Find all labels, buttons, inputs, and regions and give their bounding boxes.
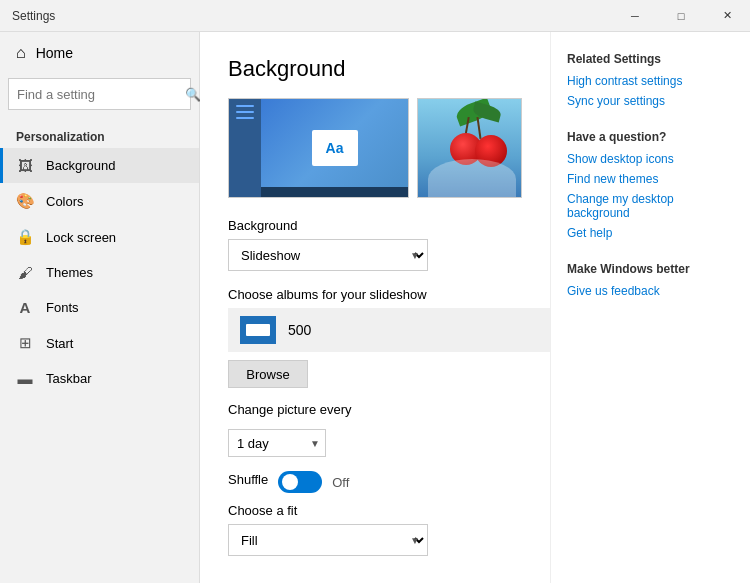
search-icon: 🔍 <box>185 87 201 102</box>
sidebar-item-fonts[interactable]: A Fonts <box>0 290 199 325</box>
maximize-button[interactable]: □ <box>658 0 704 32</box>
preview-strip-line1 <box>236 105 254 107</box>
shuffle-label: Shuffle <box>228 472 268 487</box>
preview-desktop: Aa <box>228 98 409 198</box>
albums-label: Choose albums for your slideshow <box>228 287 522 302</box>
right-panel: Related Settings High contrast settings … <box>550 32 750 583</box>
divider1 <box>567 114 734 130</box>
sidebar-item-label-themes: Themes <box>46 265 93 280</box>
background-field-label: Background <box>228 218 522 233</box>
preview-aa-box: Aa <box>312 130 358 166</box>
find-themes-link[interactable]: Find new themes <box>567 172 734 186</box>
preview-desktop-bg: Aa <box>261 99 408 197</box>
search-box[interactable]: 🔍 <box>8 78 191 110</box>
main-content: Background Aa <box>200 32 550 583</box>
start-icon: ⊞ <box>16 334 34 352</box>
sidebar-item-taskbar[interactable]: ▬ Taskbar <box>0 361 199 396</box>
sidebar-item-themes[interactable]: 🖌 Themes <box>0 255 199 290</box>
themes-icon: 🖌 <box>16 264 34 281</box>
album-section: Choose albums for your slideshow 500 Bro… <box>228 287 522 388</box>
minimize-button[interactable]: ─ <box>612 0 658 32</box>
sidebar-item-label-taskbar: Taskbar <box>46 371 92 386</box>
sidebar-item-colors[interactable]: 🎨 Colors <box>0 183 199 219</box>
sidebar-home-label: Home <box>36 45 73 61</box>
close-button[interactable]: ✕ <box>704 0 750 32</box>
home-icon: ⌂ <box>16 44 26 62</box>
show-desktop-link[interactable]: Show desktop icons <box>567 152 734 166</box>
stem2 <box>477 117 482 139</box>
preview-taskbar <box>261 187 408 197</box>
sidebar-item-start[interactable]: ⊞ Start <box>0 325 199 361</box>
colors-icon: 🎨 <box>16 192 34 210</box>
album-thumb <box>240 316 276 344</box>
preview-strip-line2 <box>236 111 254 113</box>
titlebar: Settings ─ □ ✕ <box>0 0 750 32</box>
toggle-knob <box>282 474 298 490</box>
make-better-title: Make Windows better <box>567 262 734 276</box>
taskbar-icon: ▬ <box>16 370 34 387</box>
high-contrast-link[interactable]: High contrast settings <box>567 74 734 88</box>
sidebar-item-label-fonts: Fonts <box>46 300 79 315</box>
preview-cherry <box>417 98 522 198</box>
sidebar-item-background[interactable]: 🖼 Background <box>0 148 199 183</box>
fit-label: Choose a fit <box>228 503 522 518</box>
lock-icon: 🔒 <box>16 228 34 246</box>
titlebar-title: Settings <box>12 9 55 23</box>
background-select[interactable]: Slideshow Picture Solid color <box>228 239 428 271</box>
related-settings-title: Related Settings <box>567 52 734 66</box>
album-item: 500 <box>228 308 550 352</box>
fit-select[interactable]: Fill Fit Stretch Tile Center Span <box>228 524 428 556</box>
fonts-icon: A <box>16 299 34 316</box>
titlebar-controls: ─ □ ✕ <box>612 0 750 32</box>
feedback-link[interactable]: Give us feedback <box>567 284 734 298</box>
sidebar-item-home[interactable]: ⌂ Home <box>0 32 199 74</box>
get-help-link[interactable]: Get help <box>567 226 734 240</box>
page-title: Background <box>228 56 522 82</box>
preview-sidebar-strip <box>229 99 261 197</box>
shuffle-row: Shuffle Off <box>228 471 522 493</box>
app-container: ⌂ Home 🔍 Personalization 🖼 Background 🎨 … <box>0 32 750 583</box>
sidebar-item-lock-screen[interactable]: 🔒 Lock screen <box>0 219 199 255</box>
fit-select-wrapper: Fill Fit Stretch Tile Center Span ▼ <box>228 524 428 556</box>
water-splash <box>428 159 516 198</box>
preview-area: Aa <box>228 98 522 198</box>
sync-settings-link[interactable]: Sync your settings <box>567 94 734 108</box>
background-icon: 🖼 <box>16 157 34 174</box>
have-question-title: Have a question? <box>567 130 734 144</box>
background-select-wrapper: Slideshow Picture Solid color ▼ <box>228 239 428 271</box>
browse-button[interactable]: Browse <box>228 360 308 388</box>
album-thumb-inner <box>246 324 270 336</box>
change-picture-select[interactable]: 1 day 1 minute 10 minutes 30 minutes 1 h… <box>228 429 326 457</box>
search-input[interactable] <box>17 87 185 102</box>
sidebar-item-label-lock: Lock screen <box>46 230 116 245</box>
sidebar-item-label-colors: Colors <box>46 194 84 209</box>
change-bg-link[interactable]: Change my desktop background <box>567 192 734 220</box>
sidebar-item-label-background: Background <box>46 158 115 173</box>
preview-strip-line3 <box>236 117 254 119</box>
sidebar-item-label-start: Start <box>46 336 73 351</box>
shuffle-toggle[interactable] <box>278 471 322 493</box>
change-picture-label: Change picture every <box>228 402 522 417</box>
sidebar: ⌂ Home 🔍 Personalization 🖼 Background 🎨 … <box>0 32 200 583</box>
shuffle-state: Off <box>332 475 349 490</box>
sidebar-section-label: Personalization <box>0 122 199 148</box>
album-name: 500 <box>288 322 311 338</box>
divider2 <box>567 246 734 262</box>
change-picture-select-wrapper: 1 day 1 minute 10 minutes 30 minutes 1 h… <box>228 429 326 457</box>
